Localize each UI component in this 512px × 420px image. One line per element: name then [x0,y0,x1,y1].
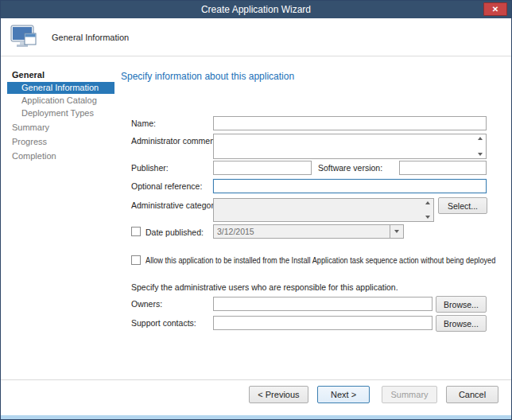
date-published-label: Date published: [145,228,204,237]
publisher-label: Publisher: [131,163,169,173]
previous-button[interactable]: < Previous [249,386,308,403]
content-heading: Specify information about this applicati… [121,71,294,82]
scroll-down-icon [425,216,430,219]
application-icon [10,24,39,51]
nav-general-information[interactable]: General Information [7,82,114,94]
close-icon: ✕ [492,6,498,14]
date-published-input: 3/12/2015 [213,224,404,239]
browse-owners-button[interactable]: Browse... [436,296,487,313]
allow-install-label: Allow this application to be installed f… [145,256,495,265]
wizard-nav: General General Information Application … [1,56,114,379]
window-title: Create Application Wizard [1,1,511,18]
nav-deployment-types[interactable]: Deployment Types [7,107,114,119]
comments-scrollbar[interactable] [475,135,485,158]
admin-categories-box [213,198,434,222]
browse-support-button[interactable]: Browse... [436,315,487,332]
next-button[interactable]: Next > [317,386,370,403]
admin-users-note: Specify the administrative users who are… [131,282,398,292]
software-version-input[interactable] [399,161,487,175]
close-button[interactable]: ✕ [483,2,507,16]
nav-completion[interactable]: Completion [7,150,114,162]
date-published-value: 3/12/2015 [214,225,390,238]
page-title: General Information [52,33,129,42]
support-contacts-input[interactable] [213,316,432,330]
footer: < Previous Next > Summary Cancel [1,379,511,419]
scroll-up-icon[interactable] [478,137,483,140]
optional-reference-label: Optional reference: [131,181,202,191]
create-application-wizard-window: Create Application Wizard ✕ General Info… [0,0,512,420]
nav-application-catalog[interactable]: Application Catalog [7,95,114,107]
support-contacts-label: Support contacts: [131,318,196,328]
bottom-accent [1,415,511,419]
scroll-down-icon[interactable] [478,153,483,156]
admin-comments-input[interactable] [214,134,486,158]
nav-general[interactable]: General [7,69,114,81]
owners-label: Owners: [131,299,162,309]
summary-button: Summary [382,386,436,403]
cancel-button[interactable]: Cancel [446,386,498,403]
publisher-input[interactable] [213,161,312,175]
categories-scrollbar [422,200,432,220]
titlebar[interactable]: Create Application Wizard ✕ [1,1,511,18]
wizard-header: General Information [1,18,511,56]
owners-input[interactable] [213,297,432,311]
admin-comments-label: Administrator comments: [131,136,223,146]
name-label: Name: [131,119,156,128]
date-dropdown [390,225,403,238]
nav-summary[interactable]: Summary [7,122,114,134]
admin-comments-box [213,134,487,159]
date-published-checkbox[interactable] [131,227,141,236]
wizard-body: General General Information Application … [1,56,511,379]
allow-install-checkbox[interactable] [131,255,141,265]
admin-categories-value [214,199,433,221]
wizard-content: Specify information about this applicati… [114,56,511,379]
software-version-label: Software version: [318,163,382,173]
calendar-dropdown-icon [394,230,399,233]
name-input[interactable] [213,116,487,130]
select-categories-button[interactable]: Select... [438,197,487,214]
optional-reference-input[interactable] [213,179,487,193]
scroll-up-icon [425,201,430,204]
nav-progress[interactable]: Progress [7,136,114,148]
